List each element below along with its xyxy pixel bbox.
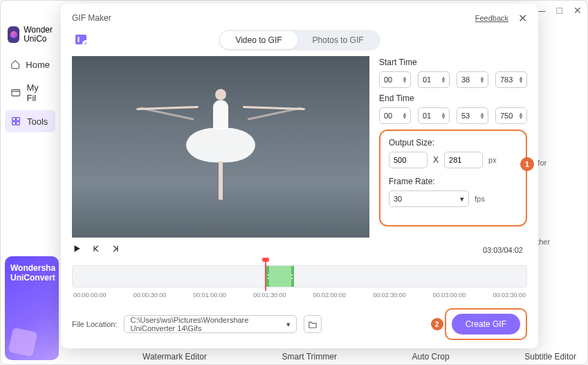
end-time-label: End Time	[379, 94, 527, 103]
tool-watermark[interactable]: Watermark Editor	[143, 352, 207, 362]
app-logo	[8, 26, 19, 43]
add-media-icon[interactable]: +	[72, 30, 91, 50]
app-window: — □ ✕ WonderUniCo Home My Fil Tools Wond…	[0, 0, 588, 365]
output-height[interactable]	[444, 152, 483, 168]
video-preview[interactable]	[72, 56, 369, 238]
svg-rect-6	[12, 118, 16, 121]
sidebar: WonderUniCo Home My Fil Tools Wondersha …	[1, 20, 59, 364]
gif-maker-dialog: GIF Maker Feedback ✕ + Video to GIF Phot…	[61, 3, 538, 348]
frame-rate-select[interactable]: 30▾	[389, 190, 469, 207]
promo-line1: Wondersha	[10, 263, 53, 273]
tab-video-to-gif[interactable]: Video to GIF	[220, 31, 297, 49]
dialog-title: GIF Maker	[72, 13, 111, 23]
time-display: 03:03/04:02	[483, 246, 527, 254]
start-mm[interactable]: 01▲▼	[418, 71, 450, 88]
nav-home-label: Home	[26, 60, 50, 70]
nav-home[interactable]: Home	[5, 53, 55, 75]
nav-tools-label: Tools	[27, 116, 48, 127]
promo-card[interactable]: Wondersha UniConvert	[5, 256, 59, 360]
file-location-label: File Location:	[72, 320, 117, 328]
timeline-track[interactable]	[72, 265, 527, 287]
start-hh[interactable]: 00▲▼	[379, 71, 411, 88]
end-ss[interactable]: 53▲▼	[457, 107, 488, 124]
nav-tools[interactable]: Tools	[5, 110, 55, 132]
close-button[interactable]: ✕	[573, 5, 582, 16]
tool-smart-trimmer[interactable]: Smart Trimmer	[282, 352, 337, 362]
close-icon[interactable]: ✕	[518, 12, 527, 25]
svg-rect-7	[17, 118, 20, 121]
svg-rect-5	[12, 90, 20, 96]
nav-my-files[interactable]: My Fil	[5, 77, 55, 109]
annotation-badge-1: 1	[520, 157, 534, 171]
start-ms[interactable]: 783▲▼	[495, 71, 527, 88]
selection-range[interactable]	[266, 266, 294, 287]
main-area: se video ke your ly. D video for verter …	[59, 20, 587, 364]
mode-tabs: Video to GIF Photos to GIF	[219, 30, 380, 51]
px-unit: px	[488, 156, 497, 164]
output-width[interactable]	[389, 152, 428, 168]
end-hh[interactable]: 00▲▼	[379, 107, 411, 124]
promo-line2: UniConvert	[10, 273, 53, 283]
svg-rect-8	[12, 122, 16, 125]
chevron-down-icon: ▾	[460, 195, 464, 204]
play-button[interactable]	[72, 244, 82, 256]
file-location-select[interactable]: C:\Users\ws\Pictures\Wondershare UniConv…	[124, 315, 297, 333]
prev-frame-button[interactable]	[91, 244, 101, 256]
end-mm[interactable]: 01▲▼	[418, 107, 450, 124]
create-gif-highlight: 2 Create GIF	[445, 308, 527, 340]
timeline-ticks: 00:00:00:0000:00:30:0000:01:00:0000:01:3…	[72, 292, 527, 299]
brand-text: WonderUniCo	[24, 26, 53, 44]
end-ms[interactable]: 750▲▼	[495, 107, 527, 124]
fps-unit: fps	[475, 195, 485, 203]
start-ss[interactable]: 38▲▼	[457, 71, 488, 88]
open-folder-button[interactable]	[304, 315, 322, 333]
timeline: 00:00:00:0000:00:30:0000:01:00:0000:01:3…	[72, 265, 527, 299]
playback-controls: 03:03/04:02	[72, 242, 527, 258]
bottom-tools-row: Watermark Editor Smart Trimmer Auto Crop…	[143, 352, 576, 362]
start-time-label: Start Time	[379, 57, 527, 67]
next-frame-button[interactable]	[111, 244, 120, 256]
annotation-badge-2: 2	[431, 318, 443, 330]
feedback-link[interactable]: Feedback	[475, 14, 508, 22]
maximize-button[interactable]: □	[557, 5, 562, 16]
svg-rect-9	[17, 122, 20, 125]
x-separator: X	[433, 155, 439, 165]
tool-auto-crop[interactable]: Auto Crop	[412, 352, 450, 362]
chevron-down-icon: ▾	[286, 320, 291, 329]
svg-rect-11	[77, 37, 80, 42]
output-settings-card: 1 Output Size: X px Frame Rate: 30▾	[379, 130, 527, 226]
frame-rate-label: Frame Rate:	[389, 177, 517, 186]
nav-myfiles-label: My Fil	[26, 82, 50, 103]
promo-graphic	[8, 328, 38, 357]
svg-text:+: +	[84, 40, 87, 47]
tab-photos-to-gif[interactable]: Photos to GIF	[297, 31, 379, 49]
tool-subtitle-editor[interactable]: Subtitle Editor	[524, 352, 576, 362]
create-gif-button[interactable]: Create GIF	[452, 314, 520, 335]
output-size-label: Output Size:	[389, 138, 517, 148]
